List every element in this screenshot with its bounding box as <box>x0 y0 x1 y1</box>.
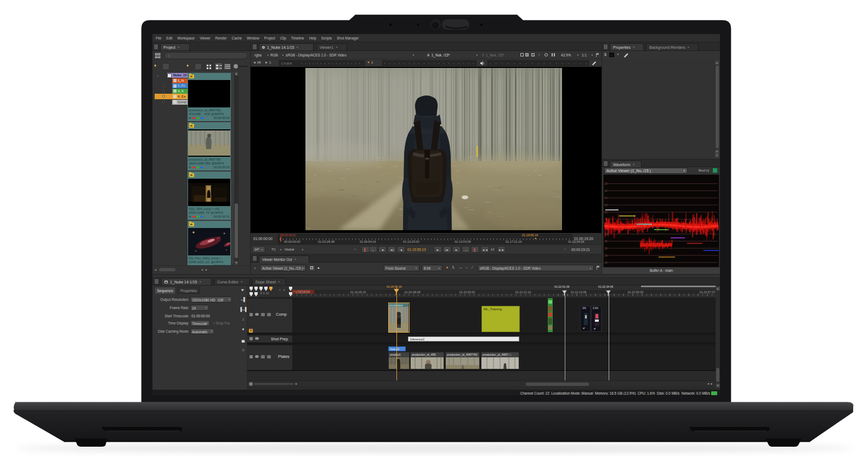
svg-text:90: 90 <box>604 203 608 207</box>
svg-text:20: 20 <box>604 254 608 257</box>
svg-text:10: 10 <box>604 189 608 192</box>
svg-text:50: 50 <box>604 232 608 236</box>
svg-text:30: 30 <box>604 247 608 250</box>
svg-text:80: 80 <box>604 210 608 214</box>
svg-text:40: 40 <box>604 240 608 243</box>
svg-text:00: 00 <box>604 196 608 200</box>
svg-text:10: 10 <box>604 261 608 264</box>
svg-text:20: 20 <box>604 182 608 185</box>
